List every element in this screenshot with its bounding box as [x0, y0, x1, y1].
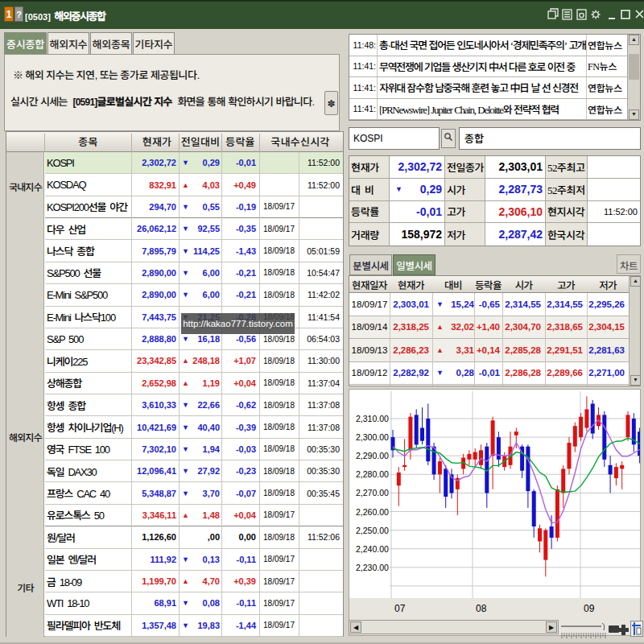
svg-text:08: 08 — [476, 603, 487, 614]
svg-text:09: 09 — [584, 603, 595, 614]
svg-text:2,310.00: 2,310.00 — [356, 414, 389, 423]
svg-text:2,300.00: 2,300.00 — [356, 432, 389, 442]
svg-text:2,280.00: 2,280.00 — [356, 469, 389, 479]
svg-text:2,260.00: 2,260.00 — [356, 507, 389, 517]
svg-text:2,230.00: 2,230.00 — [356, 563, 389, 572]
svg-text:2,290.00: 2,290.00 — [356, 451, 389, 460]
svg-text:2,250.00: 2,250.00 — [356, 526, 389, 535]
svg-text:2,270.00: 2,270.00 — [356, 488, 389, 497]
svg-text:07: 07 — [394, 603, 406, 614]
svg-text:2,240.00: 2,240.00 — [356, 544, 389, 554]
